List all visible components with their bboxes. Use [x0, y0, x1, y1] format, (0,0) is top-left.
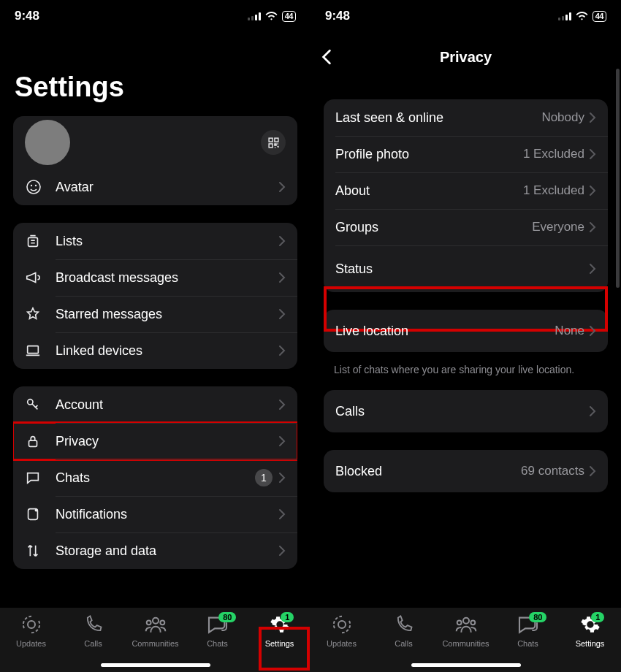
chevron-right-icon — [278, 345, 286, 356]
row-label: Account — [56, 397, 278, 413]
qr-button[interactable] — [261, 130, 286, 155]
notification-icon — [25, 506, 56, 522]
privacy-calls: Calls — [324, 390, 608, 432]
tab-communities[interactable]: Communities — [435, 614, 497, 648]
tab-updates[interactable]: Updates — [0, 614, 62, 648]
row-blocked[interactable]: Blocked 69 contacts — [324, 450, 608, 492]
profile-row[interactable] — [13, 116, 297, 169]
page-title: Settings — [0, 32, 310, 116]
row-starred[interactable]: Starred messages — [13, 296, 297, 332]
privacy-group-1: Last seen & online Nobody Profile photo … — [324, 99, 608, 292]
row-profile-photo[interactable]: Profile photo 1 Excluded — [324, 136, 608, 172]
chevron-right-icon — [278, 235, 286, 247]
chevron-right-icon — [278, 545, 286, 557]
privacy-screen: 9:48 44 Privacy Last seen & online Nobod… — [310, 0, 621, 672]
row-label: Broadcast messages — [56, 270, 278, 286]
row-label: Lists — [56, 234, 278, 249]
tab-label: Communities — [132, 639, 178, 648]
tab-label: Settings — [576, 639, 605, 648]
cellular-icon — [558, 12, 571, 20]
tab-updates[interactable]: Updates — [310, 614, 373, 648]
svg-point-19 — [470, 620, 475, 625]
row-label: Storage and data — [56, 543, 278, 559]
row-about[interactable]: About 1 Excluded — [324, 172, 608, 209]
tab-label: Communities — [442, 639, 489, 648]
communities-icon — [454, 614, 478, 635]
chevron-right-icon — [589, 405, 596, 417]
svg-point-5 — [35, 185, 37, 186]
key-icon — [25, 397, 56, 413]
chevron-right-icon — [278, 399, 286, 411]
row-privacy[interactable]: Privacy — [13, 423, 297, 459]
row-value: 1 Excluded — [523, 183, 584, 198]
scrollbar[interactable] — [616, 69, 620, 288]
svg-point-17 — [463, 618, 469, 624]
tab-settings[interactable]: 1 Settings — [559, 614, 621, 648]
chevron-right-icon — [589, 465, 596, 477]
tab-label: Calls — [395, 639, 412, 648]
avatar-row[interactable]: Avatar — [13, 169, 297, 205]
row-status[interactable]: Status — [324, 245, 608, 292]
back-button[interactable] — [321, 49, 332, 65]
svg-point-11 — [35, 508, 38, 511]
svg-point-13 — [153, 618, 159, 624]
avatar-label: Avatar — [56, 180, 278, 195]
lists-icon — [25, 233, 56, 249]
row-label: Chats — [56, 470, 255, 486]
star-icon — [25, 306, 56, 322]
row-label: Calls — [335, 404, 589, 419]
laptop-icon — [25, 343, 56, 359]
battery-indicator: 44 — [282, 11, 296, 22]
svg-rect-2 — [269, 143, 273, 147]
tab-calls[interactable]: Calls — [373, 614, 435, 648]
home-indicator[interactable] — [101, 663, 210, 667]
status-indicators: 44 — [248, 11, 296, 22]
tab-label: Chats — [517, 639, 538, 648]
home-indicator[interactable] — [411, 663, 521, 667]
chevron-right-icon — [589, 263, 596, 275]
tab-bar: Updates Calls Communities 80 Chats 1 Set… — [0, 608, 310, 672]
tab-chats[interactable]: 80 Chats — [186, 614, 248, 648]
row-label: Notifications — [56, 507, 278, 522]
svg-point-18 — [457, 620, 461, 625]
row-label: Status — [335, 261, 589, 277]
avatar-icon — [25, 178, 56, 196]
tab-calls[interactable]: Calls — [62, 614, 124, 648]
tab-label: Calls — [84, 639, 102, 648]
badge: 1 — [281, 612, 294, 622]
row-storage[interactable]: Storage and data — [13, 532, 297, 569]
row-account[interactable]: Account — [13, 386, 297, 423]
svg-rect-9 — [29, 440, 37, 446]
settings-screen: 9:48 44 Settings Avatar — [0, 0, 310, 672]
megaphone-icon — [25, 270, 56, 286]
svg-point-8 — [28, 400, 33, 405]
row-calls[interactable]: Calls — [324, 390, 608, 432]
row-lists[interactable]: Lists — [13, 223, 297, 259]
row-chats[interactable]: Chats 1 — [13, 459, 297, 496]
row-groups[interactable]: Groups Everyone — [324, 209, 608, 245]
tab-label: Chats — [207, 639, 228, 648]
svg-point-3 — [27, 180, 40, 194]
battery-indicator: 44 — [593, 11, 606, 22]
row-label: Profile photo — [335, 147, 523, 162]
row-notifications[interactable]: Notifications — [13, 496, 297, 532]
status-indicators: 44 — [558, 11, 606, 22]
privacy-blocked: Blocked 69 contacts — [324, 450, 608, 492]
row-label: Starred messages — [56, 307, 278, 322]
row-lastseen[interactable]: Last seen & online Nobody — [324, 99, 608, 136]
row-live-location[interactable]: Live location None — [324, 310, 608, 352]
avatar — [25, 120, 70, 165]
tab-chats[interactable]: 80 Chats — [497, 614, 559, 648]
tab-settings[interactable]: 1 Settings — [248, 614, 310, 648]
row-value: 1 Excluded — [523, 147, 584, 161]
cellular-icon — [248, 12, 261, 20]
tab-communities[interactable]: Communities — [124, 614, 186, 648]
chevron-right-icon — [589, 148, 596, 160]
profile-card: Avatar — [13, 116, 297, 205]
svg-point-14 — [146, 620, 151, 625]
live-location-note: List of chats where you are sharing your… — [310, 359, 621, 390]
row-linked[interactable]: Linked devices — [13, 332, 297, 369]
row-broadcast[interactable]: Broadcast messages — [13, 259, 297, 296]
chevron-right-icon — [278, 435, 286, 447]
chevron-right-icon — [278, 472, 286, 484]
